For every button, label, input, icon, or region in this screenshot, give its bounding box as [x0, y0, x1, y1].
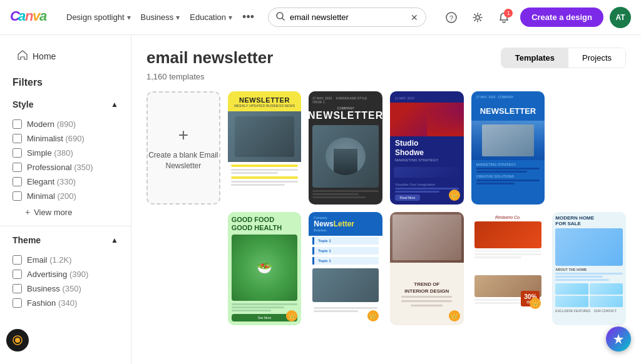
main-nav: Design spotlight ▾ Business ▾ Education …: [63, 8, 258, 26]
chevron-up-icon: ▲: [111, 100, 118, 109]
help-button[interactable]: ?: [441, 8, 461, 28]
content-header: email newsletter Templates Projects: [146, 48, 626, 68]
filters-title: Filters: [0, 72, 131, 96]
template-card-studio-shodwe[interactable]: 21 MAY, 2023 StudioShodwe MARKETING STRA…: [390, 91, 464, 205]
plus-icon: +: [25, 207, 30, 217]
filter-modern-checkbox[interactable]: [13, 119, 22, 129]
filter-fashion-checkbox[interactable]: [13, 298, 22, 308]
search-bar[interactable]: email newsletter ✕: [268, 8, 426, 27]
notification-badge: 1: [504, 9, 513, 18]
sidebar-home-link[interactable]: Home: [5, 45, 126, 67]
nav-business[interactable]: Business ▾: [137, 10, 184, 24]
search-clear-icon[interactable]: ✕: [411, 13, 418, 23]
blank-plus-icon: +: [178, 125, 188, 145]
sidebar-divider: [0, 226, 131, 226]
blank-card-label: Create a blank Email Newsletter: [148, 150, 219, 171]
nav-design-spotlight[interactable]: Design spotlight ▾: [63, 10, 135, 24]
tab-group: Templates Projects: [501, 48, 626, 68]
chevron-up-icon: ▲: [111, 236, 118, 245]
filter-modern[interactable]: Modern (890): [13, 117, 118, 131]
template-card-dark-newsletter[interactable]: 27 MAY, 2023 KANSAN AND STYLE ISSUE 1. C…: [309, 91, 382, 205]
home-icon: [18, 50, 28, 62]
template-card-rimberio[interactable]: Rimberio Co. 30% OFF: [471, 212, 545, 325]
filter-minimal[interactable]: Minimal (200): [13, 189, 118, 203]
filter-minimalist[interactable]: Minimalist (690): [13, 131, 118, 146]
svg-text:?: ?: [449, 14, 453, 21]
settings-button[interactable]: [468, 8, 488, 28]
chevron-down-icon: ▾: [127, 13, 131, 22]
main-layout: Home Filters Style ▲ Modern (890) Minima…: [0, 35, 641, 364]
tab-projects[interactable]: Projects: [568, 48, 625, 68]
filter-business-checkbox[interactable]: [13, 284, 22, 293]
filter-advertising-checkbox[interactable]: [13, 270, 22, 279]
header: C a n v a Design spotlight ▾ Business ▾ …: [0, 0, 641, 35]
template-card-modern-home[interactable]: MODERN HOMEFOR SALE ABOUT THE HOME EXCLU…: [552, 212, 626, 325]
tab-templates[interactable]: Templates: [501, 48, 568, 68]
filter-elegant[interactable]: Elegant (330): [13, 174, 118, 189]
crown-badge: 👑: [367, 310, 379, 321]
template-count: 1,160 templates: [146, 72, 626, 81]
view-more-style[interactable]: + View more: [13, 203, 118, 221]
main-content: email newsletter Templates Projects 1,16…: [131, 35, 641, 364]
style-filter-options: Modern (890) Minimalist (690) Simple (38…: [13, 117, 118, 203]
template-card-interior-design[interactable]: TREND OFINTERIOR DESIGN 👑: [390, 212, 464, 325]
template-card-yellow-newsletter[interactable]: NEWSLETTER WEEKLY UPDATED BUSINESS NEWS: [228, 91, 302, 205]
crown-badge: 👑: [449, 190, 460, 201]
template-card-good-food[interactable]: GOOD FOODGOOD HEALTH 🥗 See More 👑: [228, 212, 302, 325]
template-grid: + Create a blank Email Newsletter NEWSLE…: [146, 91, 626, 325]
template-card-company-newsletter[interactable]: Company NewsLetter Business Topic 1 Topi…: [309, 212, 382, 325]
blank-template-card[interactable]: + Create a blank Email Newsletter: [146, 91, 220, 205]
nav-more-button[interactable]: •••: [238, 8, 258, 26]
canva-logo[interactable]: C a n v a: [10, 8, 48, 27]
filter-email[interactable]: Email (1.2K): [13, 253, 118, 267]
page-title: email newsletter: [146, 48, 273, 68]
search-icon: [276, 12, 285, 23]
filter-simple[interactable]: Simple (380): [13, 146, 118, 160]
filter-advertising[interactable]: Advertising (390): [13, 267, 118, 281]
filter-business[interactable]: Business (350): [13, 281, 118, 296]
nav-education[interactable]: Education ▾: [186, 10, 236, 24]
svg-point-10: [15, 338, 20, 343]
chevron-down-icon: ▾: [176, 13, 180, 22]
header-actions: ? 1 Create a design AT: [441, 7, 631, 28]
filter-email-checkbox[interactable]: [13, 255, 22, 265]
notifications-button[interactable]: 1: [494, 8, 514, 28]
filter-elegant-checkbox[interactable]: [13, 177, 22, 186]
canva-ai-button[interactable]: [606, 326, 631, 351]
create-design-button[interactable]: Create a design: [520, 8, 603, 27]
style-filter-section: Style ▲ Modern (890) Minimalist (690) Si…: [0, 96, 131, 221]
floating-app-button[interactable]: [6, 329, 29, 351]
filter-simple-checkbox[interactable]: [13, 148, 22, 158]
filter-minimal-checkbox[interactable]: [13, 191, 22, 201]
filter-fashion[interactable]: Fashion (340): [13, 296, 118, 310]
template-card-corp-newsletter[interactable]: 27 MAY, 2023 COMPANY NEWSLETTER MARKETIN…: [471, 91, 545, 205]
search-input[interactable]: email newsletter: [290, 13, 406, 22]
filter-minimalist-checkbox[interactable]: [13, 134, 22, 143]
crown-badge: 👑: [449, 310, 460, 321]
filter-professional-checkbox[interactable]: [13, 163, 22, 172]
svg-point-9: [476, 16, 479, 19]
chevron-down-icon: ▾: [228, 13, 232, 22]
theme-filter-header[interactable]: Theme ▲: [13, 231, 118, 249]
filter-professional[interactable]: Professional (350): [13, 160, 118, 174]
style-filter-header[interactable]: Style ▲: [13, 96, 118, 113]
svg-line-6: [282, 18, 284, 20]
theme-filter-section: Theme ▲ Email (1.2K) Advertising (390) B…: [0, 231, 131, 310]
sidebar: Home Filters Style ▲ Modern (890) Minima…: [0, 35, 131, 364]
avatar[interactable]: AT: [610, 7, 631, 28]
theme-filter-options: Email (1.2K) Advertising (390) Business …: [13, 253, 118, 310]
svg-text:a: a: [39, 8, 47, 23]
